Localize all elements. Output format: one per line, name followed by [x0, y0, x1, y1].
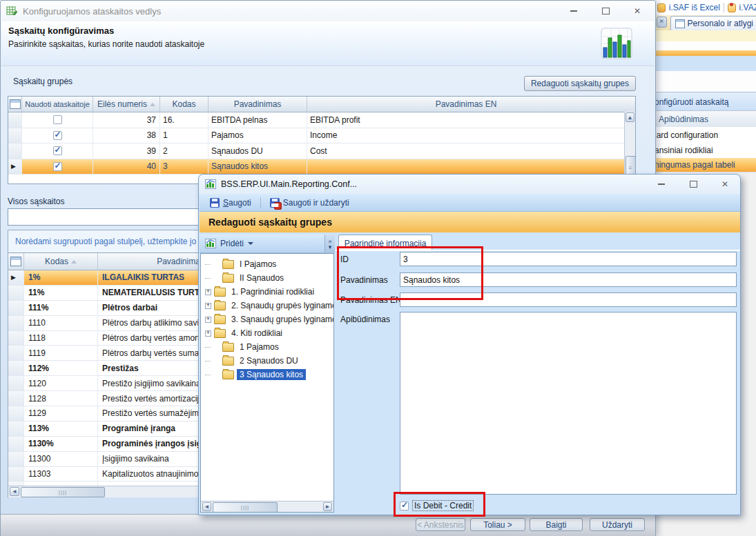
order-cell: 37: [93, 112, 160, 128]
tree-horizontal-scrollbar[interactable]: ◄ |||| ►: [201, 501, 333, 513]
finish-button[interactable]: Baigti: [530, 518, 583, 531]
background-row-selected[interactable]: ningumas pagal tabeli: [655, 158, 756, 172]
sort-ascending-icon: [71, 260, 77, 264]
use-checkbox[interactable]: [53, 162, 62, 171]
background-panel-title: onfigūruoti ataskaitą: [655, 92, 756, 111]
col-name-header[interactable]: Pavadinimas: [209, 97, 307, 112]
menu-item-ivaz[interactable]: i.VAZ: [739, 3, 756, 12]
tree-item-label: 2. Sąnaudų grupės lyginamos: [229, 300, 334, 311]
save-icon: [210, 198, 220, 208]
wizard-titlebar[interactable]: Konfiguruojamos ataskaitos vedlys: [1, 1, 655, 21]
edit-groups-dialog: BSS.ERP.UI.Main.Reporting.Conf... Saugot…: [198, 174, 741, 515]
dialog-close-button[interactable]: [715, 178, 735, 190]
expand-icon[interactable]: [205, 289, 211, 295]
scrollbar-thumb[interactable]: ||||: [213, 502, 278, 513]
tab-personalo[interactable]: Personalo ir atlygi: [670, 16, 756, 30]
groups-table-header: Naudoti ataskaitoje Eilės numeris Kodas …: [8, 97, 635, 112]
tree-item[interactable]: II Sąnaudos: [201, 271, 333, 285]
tree-item[interactable]: 2 Sąnaudos DU: [201, 354, 333, 368]
code-cell: 1: [160, 128, 209, 143]
dropdown-arrow-icon[interactable]: [248, 242, 253, 245]
annotation-checkbox-highlight: [394, 492, 485, 517]
tree-item-selected[interactable]: 3 Sąnaudos kitos: [201, 368, 333, 381]
account-code-cell: 1130%: [24, 437, 98, 451]
tree-item[interactable]: 3. Sąnaudų grupės lyginamos: [201, 312, 333, 326]
description-textarea[interactable]: [400, 312, 737, 495]
all-accounts-label: Visos sąskaitos: [8, 197, 64, 206]
use-checkbox[interactable]: [53, 131, 62, 140]
tree-item-label: II Sąnaudos: [237, 272, 287, 284]
scroll-up-icon[interactable]: ▲: [626, 112, 634, 122]
code-cell: 3: [160, 159, 209, 175]
table-row[interactable]: 37 16. EBITDA pelnas EBITDA profit: [8, 112, 635, 128]
dialog-maximize-button[interactable]: [684, 178, 703, 190]
save-button[interactable]: Saugoti: [207, 197, 254, 209]
col-code-header[interactable]: Kodas: [160, 97, 209, 112]
menu-item-isaf[interactable]: i.SAF iš Excel: [669, 3, 720, 12]
tree-item[interactable]: 1 Pajamos: [201, 340, 333, 354]
col-use-header[interactable]: Naudoti ataskaitoje: [22, 97, 93, 112]
col-order-header[interactable]: Eilės numeris: [93, 97, 160, 112]
selector-header-cell[interactable]: [8, 253, 24, 270]
col-code-header[interactable]: Kodas: [24, 253, 98, 270]
toolbar-overflow-button[interactable]: [324, 235, 335, 253]
tree-item[interactable]: I Pajamos: [201, 257, 333, 271]
minimize-button[interactable]: [564, 5, 583, 17]
name-en-cell: EBITDA profit: [307, 112, 625, 128]
edit-groups-button[interactable]: Redaguoti sąskaitų grupes: [524, 76, 636, 91]
save-close-label: Saugoti ir uždaryti: [283, 198, 349, 208]
dialog-minimize-button[interactable]: [652, 178, 671, 190]
account-code-cell: 11300: [24, 452, 98, 466]
use-checkbox[interactable]: [53, 115, 62, 124]
add-button[interactable]: Pridėti: [220, 239, 244, 248]
save-label: Saugoti: [223, 198, 251, 208]
menu-separator: [724, 3, 724, 12]
selector-header-cell[interactable]: [8, 97, 22, 112]
tree-item[interactable]: 4. Kiti rodikliai: [201, 326, 333, 340]
scroll-left-icon[interactable]: ◄: [202, 502, 211, 511]
background-menubar: i.SAF iš Excel i.VAZ: [655, 0, 756, 16]
expand-icon[interactable]: [205, 317, 211, 323]
folder-icon: [222, 357, 234, 366]
expand-icon[interactable]: [205, 330, 211, 337]
table-row-selected[interactable]: 40 3 Sąnaudos kitos: [8, 159, 635, 175]
expand-icon[interactable]: [205, 303, 211, 309]
maximize-button[interactable]: [596, 5, 615, 17]
folder-icon: [214, 315, 226, 324]
order-cell: 39: [93, 143, 160, 159]
use-checkbox[interactable]: [53, 146, 62, 155]
save-and-close-button[interactable]: Saugoti ir uždaryti: [267, 197, 352, 209]
account-code-cell: 1128: [24, 391, 98, 406]
tree-item[interactable]: 1. Pagrindiniai rodikliai: [201, 285, 333, 299]
tree-item[interactable]: 2. Sąnaudų grupės lyginamos: [201, 299, 333, 312]
panel-title-text: onfigūruoti ataskaitą: [655, 97, 728, 107]
ivaz-icon: [728, 3, 736, 12]
tab-close-icon[interactable]: [657, 17, 667, 28]
vertical-scrollbar[interactable]: ▲ ≡: [624, 112, 635, 183]
dialog-title: BSS.ERP.UI.Main.Reporting.Conf...: [221, 179, 357, 189]
col-name-en-header[interactable]: Pavadinimas EN: [307, 97, 625, 112]
table-row[interactable]: 38 1 Pajamos Income: [8, 128, 635, 144]
background-row[interactable]: lard configuration: [655, 127, 756, 143]
account-code-cell: 1%: [24, 270, 98, 285]
page-subtitle: Pasirinkite sąskaitas, kurias norite nau…: [8, 39, 204, 49]
scrollbar-thumb[interactable]: ||||: [21, 487, 105, 497]
dialog-heading: Redaguoti sąskaitų grupes: [200, 212, 740, 232]
table-row[interactable]: 39 2 Sąnaudos DU Cost: [8, 143, 635, 159]
background-column-header[interactable]: Apibūdinimas: [655, 110, 756, 128]
previous-button[interactable]: < Ankstesnis: [416, 518, 465, 531]
chart-icon: [600, 27, 633, 60]
tree-guide: [205, 375, 211, 375]
background-band: [655, 41, 756, 50]
folder-icon: [222, 260, 234, 269]
tree-item-label: 1. Pagrindiniai rodikliai: [229, 286, 317, 297]
close-button[interactable]: [628, 5, 647, 17]
tree-item-label: 4. Kiti rodikliai: [229, 328, 285, 339]
close-wizard-button[interactable]: Uždaryti: [590, 518, 645, 531]
order-cell: 38: [93, 128, 160, 143]
next-button[interactable]: Toliau >: [470, 518, 525, 531]
scroll-right-icon[interactable]: ►: [323, 502, 332, 511]
scroll-left-icon[interactable]: ◄: [10, 487, 19, 496]
background-row[interactable]: ansiniai rodikliai: [655, 143, 756, 159]
tab-grid-icon: [675, 19, 685, 28]
